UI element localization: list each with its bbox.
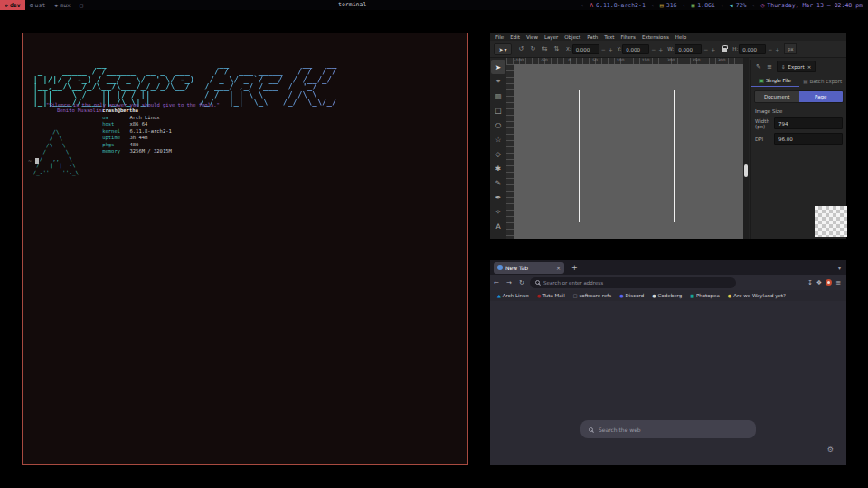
decrement-button[interactable]: − xyxy=(600,46,607,52)
adblock-extension-icon[interactable] xyxy=(826,279,832,286)
web-search-input[interactable] xyxy=(599,427,734,433)
tool-button-box-3d[interactable]: ◇ xyxy=(491,146,505,161)
export-subtab[interactable]: ▣ Single File xyxy=(751,75,799,87)
bookmark-item[interactable]: ■ Photopea xyxy=(690,293,720,298)
bookmark-item[interactable]: ● Discord xyxy=(619,293,644,298)
increment-button[interactable]: + xyxy=(774,46,780,52)
tool-button-spiral[interactable]: ✱ xyxy=(491,161,505,175)
fetch-block: /\ / \ /\ \ / \ / ,, \ / | | -\ /_-'' ''… xyxy=(30,108,172,175)
menu-item[interactable]: Extensions xyxy=(639,34,672,40)
field-input[interactable]: 0.000 xyxy=(572,44,599,54)
increment-button[interactable]: + xyxy=(710,46,716,52)
menu-item[interactable]: Text xyxy=(601,34,617,40)
extension-icon[interactable]: ❖ xyxy=(816,279,822,286)
tool-button-star[interactable]: ☆ xyxy=(491,132,505,146)
tool-button-tweak[interactable]: ✧ xyxy=(491,204,505,219)
inkscape-window[interactable]: FileEditViewLayerObjectPathTextFiltersEx… xyxy=(490,33,846,239)
window-title: terminal xyxy=(338,0,366,10)
fetch-label: host xyxy=(102,121,127,128)
close-icon[interactable]: × xyxy=(807,64,812,70)
tool-button-shape-builder[interactable]: ▥ xyxy=(491,89,505,103)
inkscape-canvas[interactable] xyxy=(514,64,743,239)
width-input[interactable]: 794 xyxy=(774,117,843,129)
menu-item[interactable]: Path xyxy=(584,34,600,40)
menu-item[interactable]: File xyxy=(493,34,506,40)
bookmark-item[interactable]: ● Are we Wayland yet? xyxy=(728,293,786,298)
url-bar[interactable] xyxy=(530,277,736,288)
menu-item[interactable]: Filters xyxy=(618,34,638,40)
menu-item[interactable]: View xyxy=(524,34,541,40)
shell-prompt[interactable]: ~ xyxy=(28,157,39,164)
field-input[interactable]: 0.000 xyxy=(675,44,702,54)
dock-icon-layers[interactable]: ≡ xyxy=(764,63,775,70)
workspace-icon: ⚙ xyxy=(30,2,33,9)
dpi-input[interactable]: 96.00 xyxy=(774,133,843,145)
browser-window[interactable]: New Tab × + ▾ ← → ↻ ↧ ❖ ≡ ▲ Arch Linux ●… xyxy=(490,260,846,465)
tool-button-rectangle[interactable]: □ xyxy=(491,103,505,117)
workspace-item[interactable]: □ xyxy=(75,0,90,10)
terminal-window[interactable]: __ __ __ __ _ _____ / /______ __ _ ___ /… xyxy=(22,33,468,465)
tool-button-pencil[interactable]: ✎ xyxy=(491,175,505,190)
menu-item[interactable]: Object xyxy=(561,34,583,40)
workspace-item[interactable]: ◈ mux xyxy=(50,0,75,10)
transform-icon-flip-vertical[interactable]: ⇅ xyxy=(551,45,562,52)
workspace-item[interactable]: ⚙ ust xyxy=(25,0,51,10)
decrement-button[interactable]: − xyxy=(767,46,773,52)
back-button[interactable]: ← xyxy=(490,279,503,286)
tool-button-pen[interactable]: ✒ xyxy=(491,190,505,204)
tool-button-node-editor[interactable]: ⌖ xyxy=(491,74,505,89)
coordinate-field: X: 0.000 − + xyxy=(566,44,614,54)
export-subtab[interactable]: ▤ Batch Export xyxy=(799,75,847,87)
download-icon[interactable]: ↧ xyxy=(807,279,813,286)
urlbar-input[interactable] xyxy=(543,280,706,286)
scope-button[interactable]: Document xyxy=(755,91,799,102)
lock-ratio-icon[interactable] xyxy=(722,48,727,52)
export-panel: ✎≡ ⇩ Export × ▣ Single File ▤ Batch Expo… xyxy=(750,60,846,239)
tool-button-ellipse[interactable]: ○ xyxy=(491,117,505,132)
fetch-label: uptime xyxy=(102,135,127,142)
terminal-cursor xyxy=(35,158,39,164)
field-input[interactable]: 0.000 xyxy=(739,44,766,54)
web-search-box[interactable] xyxy=(580,420,756,438)
field-input[interactable]: 0.000 xyxy=(622,44,649,54)
scope-button[interactable]: Page xyxy=(799,91,844,102)
scrollbar-thumb[interactable] xyxy=(744,164,748,177)
transform-icon-rotate-cw[interactable]: ↻ xyxy=(527,45,539,52)
navbar-actions: ↧ ❖ ≡ xyxy=(807,279,846,286)
close-icon[interactable]: × xyxy=(556,265,561,271)
status-icon: ◀ xyxy=(730,2,733,9)
gear-icon[interactable]: ⚙ xyxy=(827,446,834,454)
bookmark-item[interactable]: ● Tuta Mail xyxy=(537,293,565,298)
transform-icon-rotate-ccw[interactable]: ↺ xyxy=(515,45,527,52)
increment-button[interactable]: + xyxy=(657,46,664,52)
fetch-value: x86_64 xyxy=(130,121,148,127)
tool-button-text[interactable]: A xyxy=(491,219,505,233)
status-segment: ▦ 1.8Gi xyxy=(679,2,717,9)
decrement-button[interactable]: − xyxy=(650,46,656,52)
bookmark-item[interactable]: ● Codeberg xyxy=(652,293,682,298)
new-tab-button[interactable]: + xyxy=(571,264,578,272)
export-dock-tab[interactable]: ⇩ Export × xyxy=(777,61,816,72)
dock-icon-fill-stroke[interactable]: ✎ xyxy=(753,63,764,70)
unit-dropdown[interactable]: px xyxy=(784,43,797,54)
menu-icon[interactable]: ≡ xyxy=(835,279,841,286)
tool-mode-dropdown[interactable]: ➤ ▾ xyxy=(494,43,512,55)
transform-icon-flip-horizontal[interactable]: ⇆ xyxy=(539,45,551,52)
tab-overflow-icon[interactable]: ▾ xyxy=(838,265,841,271)
menu-item[interactable]: Layer xyxy=(542,34,561,40)
reload-button[interactable]: ↻ xyxy=(515,279,528,286)
canvas-vertical-scrollbar[interactable] xyxy=(743,58,749,239)
fetch-info: crash@bertha os Arch Linux host x86_64 k… xyxy=(102,108,172,175)
menu-item[interactable]: Edit xyxy=(507,34,523,40)
workspace-item[interactable]: ❖ dev xyxy=(0,0,25,10)
bookmark-item[interactable]: ▲ Arch Linux xyxy=(497,293,529,298)
fetch-row: uptime 3h 44m xyxy=(102,135,172,142)
workspace-list: ❖ dev ⚙ ust ◈ mux □ xyxy=(0,0,90,10)
tool-button-selector[interactable]: ➤ xyxy=(491,60,505,74)
increment-button[interactable]: + xyxy=(608,46,614,52)
bookmark-item[interactable]: □ software refs xyxy=(573,293,611,298)
menu-item[interactable]: Help xyxy=(673,34,690,40)
browser-tab[interactable]: New Tab × xyxy=(494,262,564,274)
forward-button[interactable]: → xyxy=(503,279,515,286)
decrement-button[interactable]: − xyxy=(703,46,709,52)
